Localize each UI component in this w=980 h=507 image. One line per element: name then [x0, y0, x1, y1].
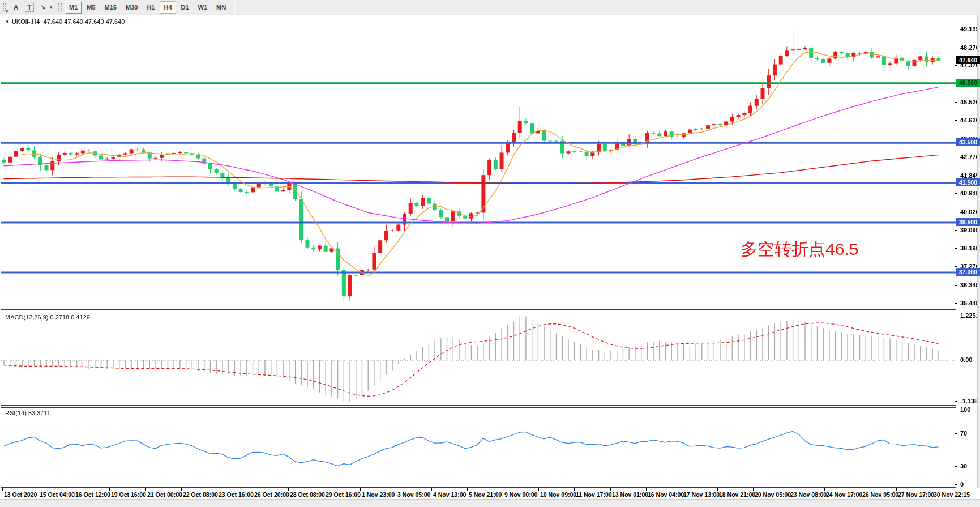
- price-axis-label: 1.2251: [960, 312, 979, 319]
- time-tick-mark: [217, 488, 217, 491]
- time-tick-mark: [396, 488, 396, 491]
- timeframe-button-mn[interactable]: MN: [212, 1, 230, 14]
- text-label-icon[interactable]: A: [10, 2, 22, 13]
- time-axis-label: 11 Nov 17:00: [576, 491, 612, 498]
- time-axis-label: 10 Nov 09:00: [540, 491, 576, 498]
- price-axis-label: 45.520: [960, 99, 979, 105]
- axis-tick-mark: [955, 212, 957, 212]
- time-axis-label: 26 Nov 05:00: [862, 491, 898, 498]
- time-axis-label: 16 Oct 12:00: [75, 491, 110, 498]
- time-axis-label: 19 Oct 16:00: [111, 491, 146, 498]
- axis-tick-mark: [955, 176, 957, 176]
- axis-tick-mark: [955, 266, 957, 267]
- time-tick-mark: [181, 488, 182, 491]
- time-tick-mark: [360, 488, 361, 491]
- time-axis-label: 13 Nov 01:00: [612, 491, 648, 498]
- axis-tick-mark: [955, 410, 957, 410]
- time-axis-label: 27 Nov 17:00: [898, 491, 934, 498]
- time-tick-mark: [861, 488, 861, 491]
- time-tick-mark: [932, 488, 932, 491]
- timeframe-button-w1[interactable]: W1: [194, 1, 212, 14]
- timeframe-button-m1[interactable]: M1: [65, 1, 82, 14]
- time-tick-mark: [574, 488, 575, 491]
- timeframe-button-m15[interactable]: M15: [101, 1, 121, 14]
- time-tick-mark: [682, 488, 682, 491]
- time-tick-mark: [2, 488, 3, 491]
- price-axis-label: 40.945: [960, 190, 979, 197]
- time-tick-mark: [38, 488, 38, 491]
- timeframe-button-m5[interactable]: M5: [83, 1, 99, 14]
- axis-tick-mark: [955, 29, 957, 29]
- pivot-annotation-text: 多空转折点46.5: [741, 238, 858, 261]
- time-axis-label: 21 Oct 00:00: [147, 491, 182, 498]
- price-chart-plot[interactable]: [1, 16, 956, 309]
- rsi-plot[interactable]: [1, 408, 956, 487]
- mt4-chart-window: FAT↘▾M1M5M15M30H1H4D1W1MN ▼UKOil-,H4 47.…: [0, 0, 980, 507]
- price-axis-label: 39.095: [960, 227, 979, 233]
- axis-tick-mark: [955, 48, 957, 48]
- timeframe-button-m30[interactable]: M30: [122, 1, 142, 14]
- time-axis-label: 17 Nov 13:00: [683, 491, 720, 498]
- price-axis-label: 35.445: [960, 300, 979, 306]
- price-level-box: 43.500: [956, 138, 980, 146]
- price-axis[interactable]: 49.19548.27047.37045.52044.62043.68542.7…: [957, 15, 977, 500]
- arrow-objects-icon[interactable]: ↘: [37, 2, 49, 13]
- macd-indicator-panel: MACD(12,26,9) 0.2718 0.4129: [1, 312, 956, 406]
- price-axis-label: 49.195: [960, 25, 979, 32]
- rsi-indicator-panel: RSI(14) 53.3711: [1, 407, 956, 488]
- timeframe-button-h4[interactable]: H4: [160, 1, 176, 14]
- axis-tick-mark: [955, 285, 957, 286]
- time-axis-label: 23 Nov 08:00: [790, 491, 827, 498]
- price-level-box: 41.500: [956, 178, 980, 186]
- price-axis-label: 38.195: [960, 245, 979, 252]
- axis-tick-mark: [955, 360, 957, 360]
- price-axis-label: 44.620: [960, 117, 979, 123]
- time-axis[interactable]: 13 Oct 202015 Oct 04:0016 Oct 12:0019 Oc…: [0, 488, 980, 499]
- toolbar-grip-icon[interactable]: F: [2, 2, 7, 12]
- time-tick-mark: [824, 488, 825, 491]
- macd-plot[interactable]: [1, 312, 956, 405]
- axis-tick-mark: [955, 65, 957, 66]
- axis-tick-mark: [955, 303, 957, 304]
- toolbar: FAT↘▾M1M5M15M30H1H4D1W1MN: [0, 0, 980, 15]
- timeframe-button-d1[interactable]: D1: [177, 1, 193, 14]
- toolbar-grip-icon[interactable]: [57, 2, 63, 12]
- time-axis-label: 5 Nov 21:00: [469, 491, 502, 498]
- price-axis-label: 42.770: [960, 154, 979, 160]
- toolbar-separator: [233, 2, 235, 13]
- time-axis-label: 9 Nov 00:00: [504, 491, 537, 498]
- status-strip: [0, 499, 980, 507]
- time-tick-mark: [288, 488, 289, 491]
- rsi-label: RSI(14) 53.3711: [5, 410, 50, 416]
- time-tick-mark: [610, 488, 611, 491]
- price-axis-label: 36.345: [960, 282, 979, 288]
- time-axis-label: 4 Nov 13:00: [433, 491, 466, 498]
- time-axis-label: 1 Nov 23:00: [362, 491, 395, 498]
- time-tick-mark: [253, 488, 253, 491]
- axis-tick-mark: [955, 484, 957, 485]
- dropdown-caret-icon[interactable]: ▾: [50, 5, 55, 10]
- time-tick-mark: [467, 488, 468, 491]
- time-tick-mark: [74, 488, 74, 491]
- time-axis-label: 26 Oct 20:00: [254, 491, 289, 498]
- time-tick-mark: [538, 488, 539, 491]
- axis-tick-mark: [955, 248, 957, 249]
- time-axis-label: 24 Nov 17:00: [826, 491, 862, 498]
- text-box-icon[interactable]: T: [23, 2, 36, 13]
- price-level-box: 37.000: [956, 268, 980, 276]
- time-tick-mark: [145, 488, 146, 491]
- collapse-triangle-icon[interactable]: ▼: [5, 19, 10, 24]
- timeframe-button-h1[interactable]: H1: [143, 1, 159, 14]
- time-axis-label: 22 Oct 08:00: [183, 491, 218, 498]
- time-axis-label: 28 Oct 08:00: [290, 491, 325, 498]
- axis-tick-mark: [955, 433, 957, 434]
- time-tick-mark: [431, 488, 432, 491]
- chart-ohlc-values: 47.640 47.640 47.640 47.640: [44, 18, 125, 25]
- time-tick-mark: [646, 488, 647, 491]
- price-axis-label: 40.020: [960, 208, 979, 215]
- time-tick-mark: [896, 488, 897, 491]
- axis-tick-mark: [955, 193, 957, 194]
- chart-symbol: UKOil-,H4: [12, 18, 40, 25]
- price-axis-label: 100: [960, 406, 970, 413]
- time-axis-label: 15 Oct 04:00: [40, 491, 75, 498]
